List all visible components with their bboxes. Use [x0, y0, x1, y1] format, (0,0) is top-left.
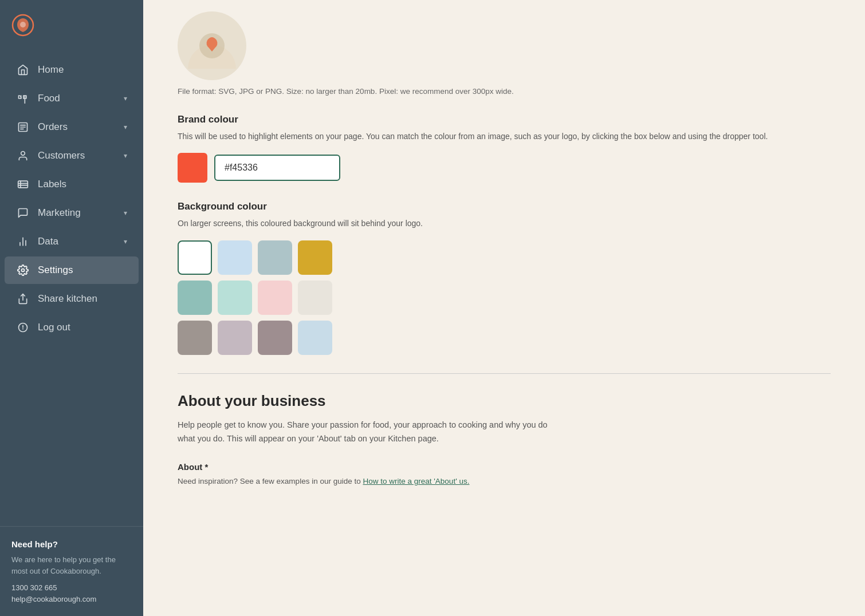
bg-swatch-5[interactable] [218, 281, 252, 315]
bg-swatch-3[interactable] [298, 240, 332, 275]
main-nav: Home Food ▾ Orders ▾ Customers ▾ [0, 50, 143, 526]
section-divider [178, 373, 831, 374]
sidebar-item-label: Data [38, 236, 124, 247]
chevron-down-icon: ▾ [124, 94, 127, 102]
bg-swatch-0[interactable] [178, 240, 212, 275]
sidebar-item-logout[interactable]: Log out [5, 314, 139, 341]
file-format-hint: File format: SVG, JPG or PNG. Size: no l… [178, 87, 514, 96]
about-section-title: About your business [178, 392, 831, 410]
about-section: About your business Help people get to k… [178, 392, 831, 488]
about-field-label: About * [178, 462, 831, 472]
bg-swatch-6[interactable] [258, 281, 292, 315]
chevron-down-icon: ▾ [124, 123, 127, 131]
brand-colour-picker [178, 153, 831, 183]
sidebar-item-label: Log out [38, 322, 127, 333]
sidebar-item-labels[interactable]: Labels [5, 171, 139, 198]
sidebar-item-label: Customers [38, 150, 124, 161]
chevron-down-icon: ▾ [124, 238, 127, 246]
background-colour-desc: On larger screens, this coloured backgro… [178, 217, 831, 230]
bg-swatch-2[interactable] [258, 240, 292, 275]
sidebar-item-orders[interactable]: Orders ▾ [5, 113, 139, 141]
bg-swatch-8[interactable] [178, 321, 212, 355]
settings-icon [16, 264, 30, 276]
svg-point-1 [20, 22, 26, 27]
svg-point-16 [22, 269, 25, 272]
sidebar-item-data[interactable]: Data ▾ [5, 228, 139, 255]
about-guide-link[interactable]: How to write a great 'About' us. [363, 477, 469, 485]
help-section: Need help? We are here to help you get t… [0, 526, 143, 617]
brand-colour-title: Brand colour [178, 114, 831, 125]
logo-circle [178, 11, 246, 80]
sidebar-item-label: Labels [38, 179, 127, 190]
sidebar: Home Food ▾ Orders ▾ Customers ▾ [0, 0, 143, 616]
brand-colour-swatch[interactable] [178, 153, 207, 183]
data-icon [16, 236, 30, 247]
sidebar-item-label: Home [38, 64, 127, 76]
about-field-hint: Need inspiration? See a few examples in … [178, 475, 831, 488]
customers-icon [16, 150, 30, 161]
food-icon [16, 93, 30, 104]
sidebar-item-share-kitchen[interactable]: Share kitchen [5, 285, 139, 313]
background-colour-section: Background colour On larger screens, thi… [178, 201, 831, 354]
help-phone: 1300 302 665 [11, 582, 132, 594]
svg-point-8 [21, 152, 25, 156]
share-icon [16, 293, 30, 305]
background-colour-title: Background colour [178, 201, 831, 212]
background-colour-grid [178, 240, 831, 355]
home-icon [16, 64, 30, 76]
logo-preview-section: File format: SVG, JPG or PNG. Size: no l… [178, 0, 831, 114]
sidebar-item-label: Food [38, 93, 124, 104]
bg-swatch-4[interactable] [178, 281, 212, 315]
logout-icon [16, 322, 30, 333]
sidebar-item-customers[interactable]: Customers ▾ [5, 142, 139, 169]
chevron-down-icon: ▾ [124, 209, 127, 217]
bg-swatch-10[interactable] [258, 321, 292, 355]
bg-swatch-7[interactable] [298, 281, 332, 315]
orders-icon [16, 121, 30, 133]
app-logo[interactable] [0, 0, 143, 50]
brand-colour-desc: This will be used to highlight elements … [178, 130, 831, 143]
sidebar-item-food[interactable]: Food ▾ [5, 85, 139, 112]
help-description: We are here to help you get the most out… [11, 554, 132, 576]
brand-colour-section: Brand colour This will be used to highli… [178, 114, 831, 183]
svg-rect-9 [18, 181, 28, 188]
sidebar-item-label: Settings [38, 264, 127, 276]
brand-colour-input[interactable] [214, 155, 340, 181]
bg-swatch-11[interactable] [298, 321, 332, 355]
bg-swatch-9[interactable] [218, 321, 252, 355]
about-section-desc: Help people get to know you. Share your … [178, 418, 567, 446]
help-title: Need help? [11, 538, 132, 551]
sidebar-item-marketing[interactable]: Marketing ▾ [5, 199, 139, 227]
sidebar-item-label: Orders [38, 121, 124, 133]
labels-icon [16, 179, 30, 190]
marketing-icon [16, 207, 30, 219]
chevron-down-icon: ▾ [124, 152, 127, 160]
bg-swatch-1[interactable] [218, 240, 252, 275]
sidebar-item-label: Share kitchen [38, 293, 127, 305]
main-content: File format: SVG, JPG or PNG. Size: no l… [143, 0, 865, 616]
sidebar-item-label: Marketing [38, 207, 124, 219]
help-email: help@cookaborough.com [11, 594, 132, 605]
sidebar-item-settings[interactable]: Settings [5, 256, 139, 284]
sidebar-item-home[interactable]: Home [5, 56, 139, 84]
